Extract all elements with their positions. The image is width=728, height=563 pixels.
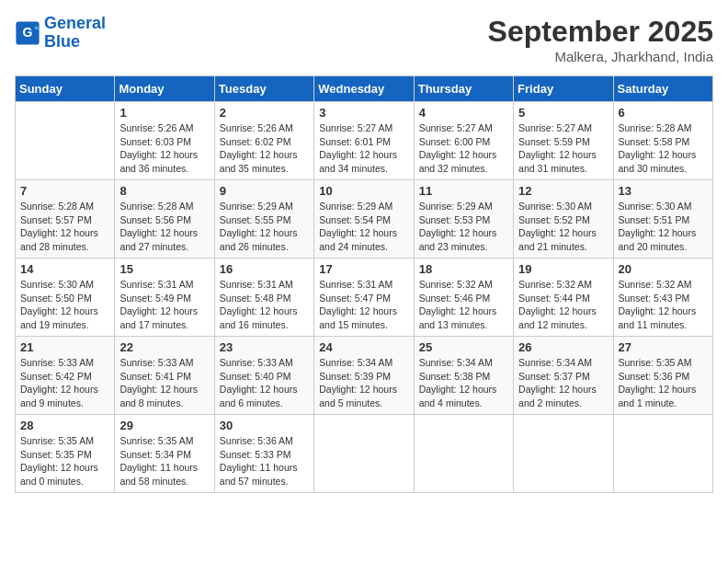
calendar-cell: 23Sunrise: 5:33 AMSunset: 5:40 PMDayligh… — [214, 337, 313, 415]
calendar-cell — [613, 415, 712, 493]
day-info: Sunrise: 5:30 AMSunset: 5:52 PMDaylight:… — [518, 200, 608, 254]
day-info: Sunrise: 5:26 AMSunset: 6:03 PMDaylight:… — [119, 121, 209, 176]
day-number: 5 — [518, 106, 608, 120]
calendar-header-row: SundayMondayTuesdayWednesdayThursdayFrid… — [16, 76, 713, 102]
day-number: 8 — [119, 184, 209, 198]
calendar-cell: 8Sunrise: 5:28 AMSunset: 5:56 PMDaylight… — [115, 180, 214, 259]
day-number: 14 — [20, 262, 109, 276]
day-info: Sunrise: 5:26 AMSunset: 6:02 PMDaylight:… — [220, 121, 309, 176]
calendar-cell: 18Sunrise: 5:32 AMSunset: 5:46 PMDayligh… — [414, 259, 513, 337]
calendar-cell: 7Sunrise: 5:28 AMSunset: 5:57 PMDaylight… — [16, 180, 115, 259]
calendar-cell: 9Sunrise: 5:29 AMSunset: 5:55 PMDaylight… — [214, 180, 313, 259]
day-info: Sunrise: 5:36 AMSunset: 5:33 PMDaylight:… — [220, 434, 309, 488]
day-info: Sunrise: 5:34 AMSunset: 5:37 PMDaylight:… — [518, 356, 608, 410]
day-number: 17 — [319, 262, 408, 276]
day-number: 23 — [220, 340, 309, 354]
day-info: Sunrise: 5:35 AMSunset: 5:34 PMDaylight:… — [119, 434, 209, 488]
day-info: Sunrise: 5:29 AMSunset: 5:55 PMDaylight:… — [220, 200, 309, 254]
header-wednesday: Wednesday — [314, 76, 414, 102]
header-thursday: Thursday — [414, 76, 513, 102]
calendar-cell: 29Sunrise: 5:35 AMSunset: 5:34 PMDayligh… — [115, 415, 214, 493]
day-info: Sunrise: 5:32 AMSunset: 5:46 PMDaylight:… — [419, 278, 508, 332]
calendar-cell: 15Sunrise: 5:31 AMSunset: 5:49 PMDayligh… — [115, 259, 214, 337]
header-monday: Monday — [115, 76, 214, 102]
calendar-cell: 3Sunrise: 5:27 AMSunset: 6:01 PMDaylight… — [314, 102, 414, 180]
day-info: Sunrise: 5:33 AMSunset: 5:40 PMDaylight:… — [220, 356, 309, 410]
calendar-cell: 4Sunrise: 5:27 AMSunset: 6:00 PMDaylight… — [414, 102, 513, 180]
calendar-week-1: 1Sunrise: 5:26 AMSunset: 6:03 PMDaylight… — [16, 102, 713, 180]
title-block: September 2025 Malkera, Jharkhand, India — [488, 15, 713, 64]
day-number: 30 — [220, 419, 309, 432]
day-info: Sunrise: 5:31 AMSunset: 5:48 PMDaylight:… — [220, 278, 309, 332]
day-info: Sunrise: 5:27 AMSunset: 5:59 PMDaylight:… — [518, 121, 608, 176]
day-info: Sunrise: 5:33 AMSunset: 5:42 PMDaylight:… — [20, 356, 109, 410]
calendar-cell — [16, 102, 115, 180]
calendar-cell — [314, 415, 414, 493]
calendar-week-5: 28Sunrise: 5:35 AMSunset: 5:35 PMDayligh… — [16, 415, 713, 493]
day-number: 20 — [619, 262, 708, 276]
day-number: 10 — [319, 184, 408, 198]
header-saturday: Saturday — [613, 76, 712, 102]
day-number: 21 — [20, 340, 109, 354]
day-info: Sunrise: 5:31 AMSunset: 5:49 PMDaylight:… — [119, 278, 209, 332]
logo-icon: G — [15, 20, 40, 46]
calendar-cell: 1Sunrise: 5:26 AMSunset: 6:03 PMDaylight… — [115, 102, 214, 180]
day-info: Sunrise: 5:35 AMSunset: 5:35 PMDaylight:… — [20, 434, 109, 488]
day-number: 19 — [518, 262, 608, 276]
calendar-week-3: 14Sunrise: 5:30 AMSunset: 5:50 PMDayligh… — [16, 259, 713, 337]
header-sunday: Sunday — [16, 76, 115, 102]
calendar-cell: 25Sunrise: 5:34 AMSunset: 5:38 PMDayligh… — [414, 337, 513, 415]
calendar-cell: 17Sunrise: 5:31 AMSunset: 5:47 PMDayligh… — [314, 259, 414, 337]
calendar-cell: 19Sunrise: 5:32 AMSunset: 5:44 PMDayligh… — [514, 259, 613, 337]
day-number: 18 — [419, 262, 508, 276]
day-number: 13 — [619, 184, 708, 198]
day-info: Sunrise: 5:27 AMSunset: 6:00 PMDaylight:… — [419, 121, 508, 176]
day-info: Sunrise: 5:28 AMSunset: 5:56 PMDaylight:… — [119, 200, 209, 254]
calendar-cell: 2Sunrise: 5:26 AMSunset: 6:02 PMDaylight… — [214, 102, 313, 180]
calendar-cell: 21Sunrise: 5:33 AMSunset: 5:42 PMDayligh… — [16, 337, 115, 415]
calendar-cell: 16Sunrise: 5:31 AMSunset: 5:48 PMDayligh… — [214, 259, 313, 337]
calendar-cell: 27Sunrise: 5:35 AMSunset: 5:36 PMDayligh… — [613, 337, 712, 415]
day-info: Sunrise: 5:27 AMSunset: 6:01 PMDaylight:… — [319, 121, 408, 176]
day-number: 2 — [220, 106, 309, 120]
day-number: 29 — [119, 419, 209, 432]
day-info: Sunrise: 5:33 AMSunset: 5:41 PMDaylight:… — [119, 356, 209, 410]
day-info: Sunrise: 5:31 AMSunset: 5:47 PMDaylight:… — [319, 278, 408, 332]
calendar-cell: 11Sunrise: 5:29 AMSunset: 5:53 PMDayligh… — [414, 180, 513, 259]
calendar-cell: 20Sunrise: 5:32 AMSunset: 5:43 PMDayligh… — [613, 259, 712, 337]
day-number: 28 — [20, 419, 109, 432]
day-info: Sunrise: 5:34 AMSunset: 5:38 PMDaylight:… — [419, 356, 508, 410]
calendar-cell: 13Sunrise: 5:30 AMSunset: 5:51 PMDayligh… — [613, 180, 712, 259]
day-number: 15 — [119, 262, 209, 276]
calendar-cell: 30Sunrise: 5:36 AMSunset: 5:33 PMDayligh… — [214, 415, 313, 493]
calendar-cell: 24Sunrise: 5:34 AMSunset: 5:39 PMDayligh… — [314, 337, 414, 415]
calendar-cell — [414, 415, 513, 493]
calendar-table: SundayMondayTuesdayWednesdayThursdayFrid… — [15, 75, 713, 493]
calendar-week-2: 7Sunrise: 5:28 AMSunset: 5:57 PMDaylight… — [16, 180, 713, 259]
day-number: 7 — [20, 184, 109, 198]
day-number: 9 — [220, 184, 309, 198]
day-number: 1 — [119, 106, 209, 120]
day-number: 11 — [419, 184, 508, 198]
day-number: 3 — [319, 106, 408, 120]
day-info: Sunrise: 5:30 AMSunset: 5:51 PMDaylight:… — [619, 200, 708, 254]
calendar-cell: 14Sunrise: 5:30 AMSunset: 5:50 PMDayligh… — [16, 259, 115, 337]
day-info: Sunrise: 5:28 AMSunset: 5:57 PMDaylight:… — [20, 200, 109, 254]
day-info: Sunrise: 5:32 AMSunset: 5:44 PMDaylight:… — [518, 278, 608, 332]
day-number: 6 — [619, 106, 708, 120]
day-info: Sunrise: 5:34 AMSunset: 5:39 PMDaylight:… — [319, 356, 408, 410]
header-tuesday: Tuesday — [214, 76, 313, 102]
calendar-cell: 22Sunrise: 5:33 AMSunset: 5:41 PMDayligh… — [115, 337, 214, 415]
day-number: 26 — [518, 340, 608, 354]
header-friday: Friday — [514, 76, 613, 102]
svg-text:G: G — [23, 25, 33, 40]
day-number: 16 — [220, 262, 309, 276]
day-info: Sunrise: 5:30 AMSunset: 5:50 PMDaylight:… — [20, 278, 109, 332]
calendar-cell: 28Sunrise: 5:35 AMSunset: 5:35 PMDayligh… — [16, 415, 115, 493]
day-info: Sunrise: 5:29 AMSunset: 5:53 PMDaylight:… — [419, 200, 508, 254]
calendar-cell: 12Sunrise: 5:30 AMSunset: 5:52 PMDayligh… — [514, 180, 613, 259]
calendar-cell: 10Sunrise: 5:29 AMSunset: 5:54 PMDayligh… — [314, 180, 414, 259]
calendar-cell: 26Sunrise: 5:34 AMSunset: 5:37 PMDayligh… — [514, 337, 613, 415]
day-number: 27 — [619, 340, 708, 354]
logo-text: General Blue — [44, 15, 106, 52]
